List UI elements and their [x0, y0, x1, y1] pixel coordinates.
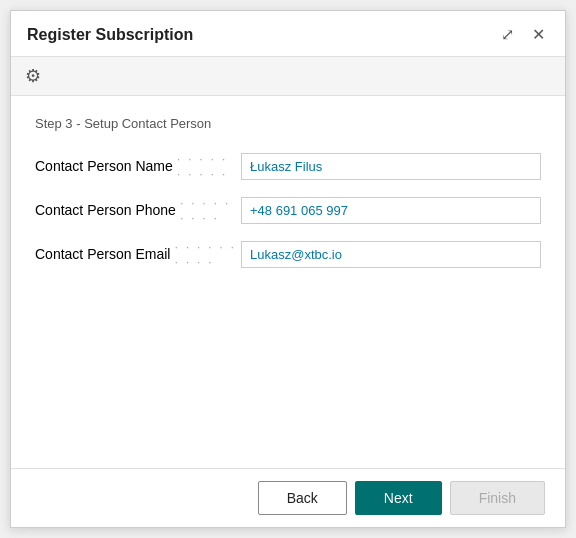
dialog-body: Step 3 - Setup Contact Person Contact Pe…	[11, 96, 565, 468]
expand-icon: ⤢	[501, 25, 514, 44]
toolbar: ⚙	[11, 57, 565, 96]
form-row-phone: Contact Person Phone · · · · · · · · ·	[35, 195, 541, 225]
dot-separator-3: · · · · · · · · · ·	[170, 239, 241, 269]
form-row-email: Contact Person Email · · · · · · · · · ·	[35, 239, 541, 269]
contact-person-name-label: Contact Person Name	[35, 158, 173, 174]
dialog-title-bar: Register Subscription ⤢ ✕	[11, 11, 565, 57]
back-button[interactable]: Back	[258, 481, 347, 515]
dialog-title: Register Subscription	[27, 26, 193, 44]
title-icons: ⤢ ✕	[497, 23, 549, 46]
register-subscription-dialog: Register Subscription ⤢ ✕ ⚙ Step 3 - Set…	[10, 10, 566, 528]
finish-button: Finish	[450, 481, 545, 515]
dot-separator: · · · · · · · · · ·	[173, 151, 241, 181]
step-label: Step 3 - Setup Contact Person	[35, 116, 541, 131]
contact-person-phone-label: Contact Person Phone	[35, 202, 176, 218]
dot-separator-2: · · · · · · · · ·	[176, 195, 241, 225]
contact-person-phone-input[interactable]	[241, 197, 541, 224]
contact-person-email-label: Contact Person Email	[35, 246, 170, 262]
close-button[interactable]: ✕	[528, 23, 549, 46]
next-button[interactable]: Next	[355, 481, 442, 515]
form-row-name: Contact Person Name · · · · · · · · · ·	[35, 151, 541, 181]
close-icon: ✕	[532, 25, 545, 44]
gear-icon[interactable]: ⚙	[25, 65, 41, 87]
contact-person-email-input[interactable]	[241, 241, 541, 268]
contact-person-name-input[interactable]	[241, 153, 541, 180]
expand-button[interactable]: ⤢	[497, 23, 518, 46]
dialog-footer: Back Next Finish	[11, 468, 565, 527]
